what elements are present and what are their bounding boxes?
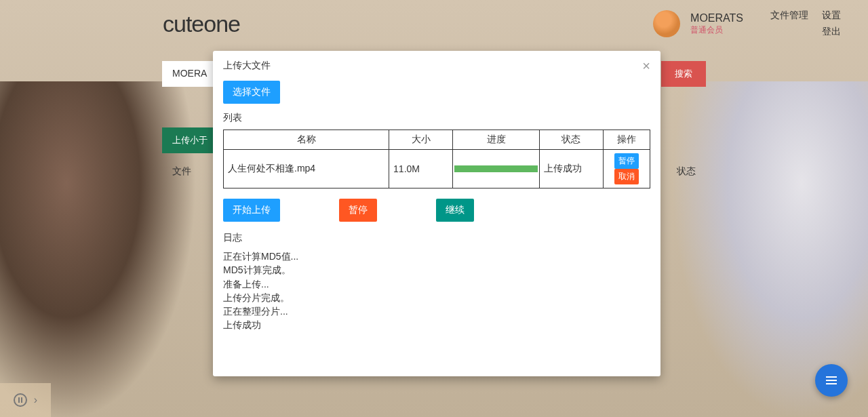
cell-size: 11.0M bbox=[389, 150, 453, 188]
select-file-button[interactable]: 选择文件 bbox=[223, 81, 280, 104]
start-upload-button[interactable]: 开始上传 bbox=[223, 199, 280, 222]
th-progress: 进度 bbox=[453, 130, 540, 150]
close-icon[interactable]: × bbox=[642, 59, 650, 73]
row-cancel-button[interactable]: 取消 bbox=[614, 169, 639, 184]
next-icon[interactable]: › bbox=[34, 394, 37, 406]
th-name: 名称 bbox=[224, 130, 389, 150]
th-size: 大小 bbox=[389, 130, 453, 150]
table-row: 人生何处不相逢.mp4 11.0M 上传成功 暂停 取消 bbox=[224, 150, 650, 188]
pause-icon[interactable] bbox=[14, 393, 27, 407]
log-label: 日志 bbox=[223, 232, 650, 244]
audio-controls: › bbox=[0, 383, 51, 417]
pause-button[interactable]: 暂停 bbox=[339, 199, 377, 222]
modal-title: 上传大文件 bbox=[223, 60, 271, 72]
cell-progress bbox=[453, 150, 540, 188]
upload-modal: 上传大文件 × 选择文件 列表 名称 大小 进度 状态 操作 人生何处不相逢.m… bbox=[213, 51, 660, 376]
cell-status: 上传成功 bbox=[540, 150, 604, 188]
cell-action: 暂停 取消 bbox=[603, 150, 650, 188]
th-status: 状态 bbox=[540, 130, 604, 150]
log-output: 正在计算MD5值... MD5计算完成。 准备上传... 上传分片完成。 正在整… bbox=[223, 250, 650, 332]
menu-fab[interactable] bbox=[815, 364, 848, 397]
progress-bar bbox=[454, 165, 538, 172]
menu-icon bbox=[826, 376, 837, 384]
cell-name: 人生何处不相逢.mp4 bbox=[224, 150, 389, 188]
th-action: 操作 bbox=[603, 130, 650, 150]
resume-button[interactable]: 继续 bbox=[436, 199, 474, 222]
list-label: 列表 bbox=[223, 112, 650, 124]
row-pause-button[interactable]: 暂停 bbox=[614, 153, 639, 169]
